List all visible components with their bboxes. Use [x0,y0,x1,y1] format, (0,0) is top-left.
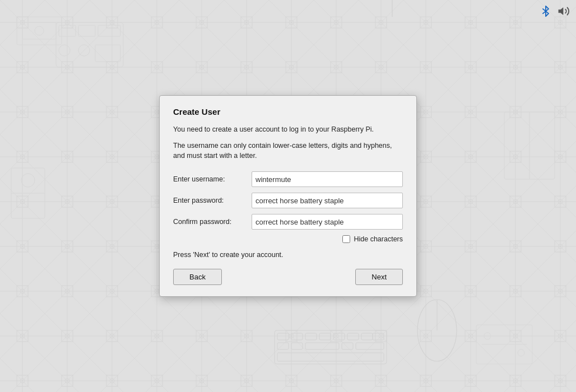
username-label: Enter username: [173,175,252,183]
dialog-description-1: You need to create a user account to log… [173,124,403,135]
username-input[interactable] [252,171,403,187]
dialog-description-2: The username can only contain lower-case… [173,141,403,162]
password-label: Enter password: [173,197,252,204]
password-row: Enter password: [173,193,403,208]
press-next-instruction: Press 'Next' to create your account. [173,251,403,259]
hide-characters-checkbox[interactable] [342,235,350,243]
back-button[interactable]: Back [173,269,222,285]
next-button[interactable]: Next [355,269,403,285]
button-row: Back Next [173,269,403,285]
username-row: Enter username: [173,171,403,187]
confirm-password-input[interactable] [252,214,403,230]
create-user-dialog: Create User You need to create a user ac… [159,95,417,297]
confirm-password-row: Confirm password: [173,214,403,230]
confirm-password-label: Confirm password: [173,218,252,226]
dialog-overlay: Create User You need to create a user ac… [0,0,576,392]
hide-characters-label[interactable]: Hide characters [354,235,403,243]
password-input[interactable] [252,193,403,208]
dialog-title: Create User [173,107,403,116]
hide-characters-row: Hide characters [173,235,403,243]
